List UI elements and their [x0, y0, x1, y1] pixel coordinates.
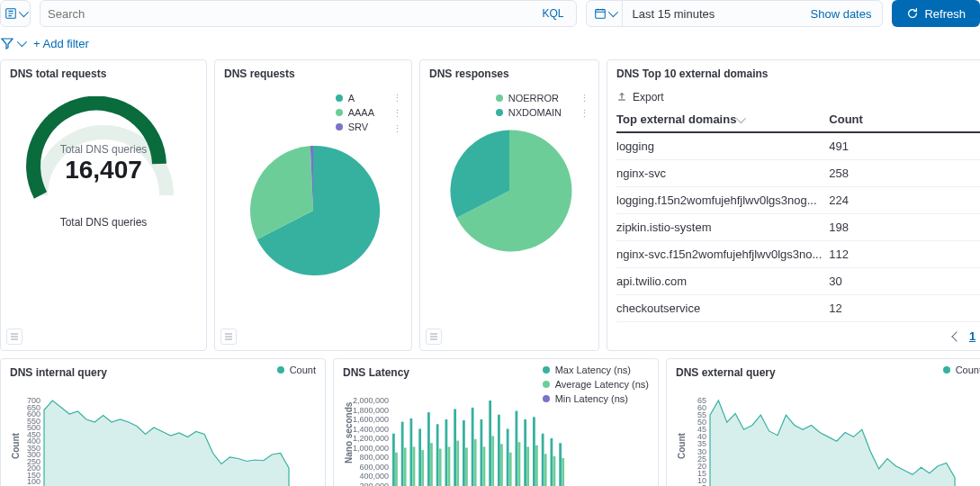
refresh-icon	[906, 7, 919, 20]
svg-rect-50	[474, 439, 477, 486]
legend-item[interactable]: AAAA	[336, 107, 374, 118]
svg-rect-49	[465, 448, 468, 487]
date-picker[interactable]: Last 15 minutes Show dates	[586, 0, 883, 27]
svg-rect-45	[430, 443, 433, 486]
legend-item[interactable]: A	[336, 93, 374, 104]
show-dates-link[interactable]: Show dates	[800, 7, 883, 21]
pagination: 1 2	[607, 322, 980, 350]
svg-rect-40	[559, 443, 562, 486]
panel-dns-internal-query: DNS internal query Count 050100150200250…	[0, 358, 326, 486]
svg-rect-55	[518, 442, 521, 486]
table-row[interactable]: api.twilio.com30	[616, 268, 980, 295]
table-row[interactable]: logging.f15n2womfujehfjlwv0lgs3nog...224	[616, 187, 980, 214]
panel-settings-icon[interactable]	[6, 328, 22, 345]
export-icon	[616, 92, 627, 103]
panel-top-external-domains: DNS Top 10 external domains Export Top e…	[607, 59, 980, 351]
svg-rect-41	[395, 453, 398, 486]
area-chart: 0501001502002503003504004505005506006507…	[10, 392, 316, 486]
column-header-count[interactable]: Count	[829, 112, 980, 126]
legend-item[interactable]: Count	[943, 364, 980, 375]
legend-item[interactable]: NXDOMAIN	[496, 107, 562, 118]
svg-text:65: 65	[697, 396, 706, 405]
add-filter-link[interactable]: + Add filter	[33, 37, 89, 50]
ellipsis-icon[interactable]: ⋮	[392, 123, 402, 135]
svg-rect-24	[418, 429, 421, 487]
svg-rect-35	[516, 411, 518, 486]
svg-text:2,000,000: 2,000,000	[353, 396, 389, 405]
panel-dns-total-requests: DNS total requests Total DNS queries 16,…	[0, 59, 207, 351]
svg-text:1,000,000: 1,000,000	[353, 444, 389, 453]
svg-rect-44	[421, 450, 424, 486]
svg-rect-54	[509, 453, 512, 486]
panel-title: DNS total requests	[1, 60, 206, 87]
saved-queries-button[interactable]	[0, 0, 31, 27]
pie-chart	[442, 123, 577, 258]
svg-rect-22	[401, 422, 404, 486]
panel-settings-icon[interactable]	[426, 328, 442, 345]
domains-table: Top external domains Count logging491 ng…	[607, 107, 980, 322]
svg-rect-28	[454, 409, 456, 486]
panel-settings-icon[interactable]	[220, 328, 237, 345]
table-row[interactable]: checkoutservice12	[616, 295, 980, 322]
panel-dns-external-query: DNS external query Count 051015202530354…	[666, 358, 980, 486]
svg-text:Nano seconds: Nano seconds	[344, 401, 354, 464]
ellipsis-icon[interactable]: ⋮	[392, 108, 402, 120]
panel-title: DNS requests	[215, 60, 411, 87]
filter-settings-icon[interactable]	[0, 36, 24, 50]
svg-rect-57	[535, 446, 538, 486]
page-number[interactable]: 1	[969, 329, 976, 343]
svg-rect-51	[483, 446, 486, 486]
ellipsis-icon[interactable]: ⋮	[580, 93, 589, 104]
svg-rect-43	[413, 446, 416, 486]
ellipsis-icon[interactable]: ⋮	[392, 93, 402, 104]
svg-rect-56	[526, 446, 529, 486]
svg-rect-42	[404, 448, 407, 487]
svg-text:1,600,000: 1,600,000	[353, 415, 389, 424]
kql-toggle[interactable]: KQL	[536, 7, 569, 20]
table-row[interactable]: zipkin.istio-system198	[616, 214, 980, 241]
svg-rect-31	[481, 419, 483, 486]
search-box[interactable]: KQL	[40, 0, 577, 27]
svg-text:1,400,000: 1,400,000	[353, 425, 389, 434]
panel-title: DNS responses	[420, 60, 598, 87]
svg-text:800,000: 800,000	[359, 453, 389, 462]
svg-text:400,000: 400,000	[359, 472, 389, 481]
table-row[interactable]: logging491	[616, 133, 980, 160]
ellipsis-icon[interactable]: ⋮	[580, 108, 589, 120]
gauge-sublabel: Total DNS queries	[10, 216, 197, 229]
panel-title: DNS Top 10 external domains	[607, 60, 980, 87]
area-chart: 05101520253035404550556065 15:55:0016:00…	[676, 392, 980, 486]
refresh-button[interactable]: Refresh	[892, 0, 980, 27]
svg-rect-52	[491, 436, 494, 486]
svg-text:600,000: 600,000	[359, 463, 389, 472]
svg-rect-46	[439, 449, 442, 486]
svg-rect-21	[392, 434, 395, 486]
svg-text:Count: Count	[677, 432, 687, 459]
svg-text:700: 700	[27, 396, 40, 405]
svg-text:1,200,000: 1,200,000	[353, 434, 389, 443]
svg-rect-36	[524, 419, 526, 486]
table-row[interactable]: nginx-svc.f15n2womfujehfjlwv0lgs3no...11…	[616, 241, 980, 268]
legend-item[interactable]: NOERROR	[496, 93, 562, 104]
svg-rect-26	[436, 424, 439, 486]
svg-rect-59	[553, 456, 556, 486]
svg-rect-32	[489, 400, 491, 486]
refresh-label: Refresh	[924, 7, 966, 21]
calendar-icon[interactable]	[587, 1, 623, 26]
svg-rect-53	[500, 444, 503, 486]
legend-item[interactable]: Count	[277, 364, 316, 375]
legend-item[interactable]: Max Latency (ns)	[543, 364, 649, 375]
page-prev[interactable]	[953, 329, 960, 343]
column-header-domain[interactable]: Top external domains	[616, 112, 829, 126]
svg-rect-47	[448, 446, 451, 486]
date-range-text: Last 15 minutes	[623, 7, 799, 21]
table-row[interactable]: nginx-svc258	[616, 160, 980, 187]
svg-rect-23	[410, 418, 413, 486]
panel-dns-responses: DNS responses NOERROR NXDOMAIN ⋮ ⋮	[419, 59, 599, 351]
svg-rect-38	[542, 434, 544, 486]
export-button[interactable]: Export	[607, 87, 980, 107]
legend-item[interactable]: SRV	[336, 122, 374, 132]
bar-chart: 0200,000400,000600,000800,0001,000,0001,…	[343, 392, 649, 486]
panel-dns-latency: DNS Latency Max Latency (ns) Average Lat…	[333, 358, 659, 486]
search-input[interactable]	[48, 7, 536, 21]
